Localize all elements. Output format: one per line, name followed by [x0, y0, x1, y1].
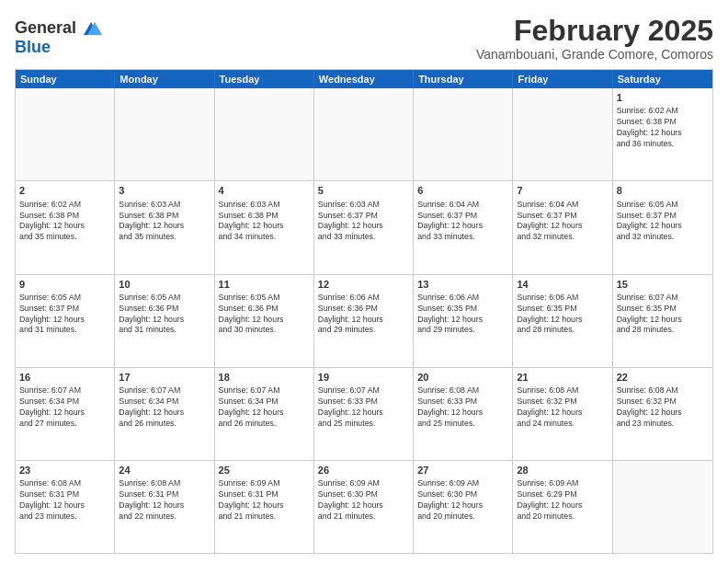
- weekday-header: Thursday: [414, 70, 513, 88]
- calendar-cell: 21Sunrise: 6:08 AM Sunset: 6:32 PM Dayli…: [513, 368, 612, 460]
- cell-info: Sunrise: 6:05 AM Sunset: 6:36 PM Dayligh…: [219, 293, 310, 337]
- cell-info: Sunrise: 6:08 AM Sunset: 6:32 PM Dayligh…: [617, 385, 709, 430]
- day-number: 7: [517, 184, 608, 197]
- page: General Blue February 2025 Vanambouani, …: [0, 0, 728, 563]
- cell-info: Sunrise: 6:03 AM Sunset: 6:38 PM Dayligh…: [219, 200, 310, 244]
- day-number: 12: [318, 278, 409, 291]
- cell-info: Sunrise: 6:03 AM Sunset: 6:38 PM Dayligh…: [119, 200, 210, 244]
- day-number: 4: [219, 184, 310, 197]
- day-number: 5: [318, 184, 409, 197]
- day-number: 13: [417, 278, 508, 291]
- weekday-header: Tuesday: [215, 70, 314, 88]
- cell-info: Sunrise: 6:06 AM Sunset: 6:36 PM Dayligh…: [318, 293, 409, 337]
- cell-info: Sunrise: 6:02 AM Sunset: 6:38 PM Dayligh…: [617, 106, 709, 150]
- calendar-row: 1Sunrise: 6:02 AM Sunset: 6:38 PM Daylig…: [16, 88, 712, 181]
- calendar-cell: 24Sunrise: 6:08 AM Sunset: 6:31 PM Dayli…: [115, 461, 214, 553]
- day-number: 22: [617, 371, 709, 384]
- cell-info: Sunrise: 6:05 AM Sunset: 6:36 PM Dayligh…: [119, 293, 210, 337]
- cell-info: Sunrise: 6:06 AM Sunset: 6:35 PM Dayligh…: [517, 293, 608, 337]
- cell-info: Sunrise: 6:07 AM Sunset: 6:34 PM Dayligh…: [119, 385, 210, 430]
- day-number: 8: [617, 184, 709, 197]
- calendar-cell: 26Sunrise: 6:09 AM Sunset: 6:30 PM Dayli…: [314, 461, 414, 553]
- calendar-row: 23Sunrise: 6:08 AM Sunset: 6:31 PM Dayli…: [16, 461, 712, 553]
- day-number: 20: [417, 371, 508, 384]
- calendar-cell: 19Sunrise: 6:07 AM Sunset: 6:33 PM Dayli…: [314, 368, 414, 460]
- calendar-cell: 6Sunrise: 6:04 AM Sunset: 6:37 PM Daylig…: [414, 181, 513, 273]
- day-number: 26: [318, 464, 409, 477]
- calendar-cell: [16, 88, 115, 180]
- cell-info: Sunrise: 6:03 AM Sunset: 6:37 PM Dayligh…: [318, 200, 409, 244]
- calendar-cell: 16Sunrise: 6:07 AM Sunset: 6:34 PM Dayli…: [16, 368, 115, 460]
- day-number: 10: [119, 278, 210, 291]
- day-number: 16: [19, 371, 110, 384]
- calendar-cell: 5Sunrise: 6:03 AM Sunset: 6:37 PM Daylig…: [314, 181, 414, 273]
- day-number: 18: [219, 371, 310, 384]
- calendar-cell: [414, 88, 513, 180]
- day-number: 21: [517, 371, 608, 384]
- weekday-header: Wednesday: [314, 70, 414, 88]
- cell-info: Sunrise: 6:08 AM Sunset: 6:32 PM Dayligh…: [517, 385, 608, 430]
- logo-blue: Blue: [15, 38, 51, 56]
- cell-info: Sunrise: 6:04 AM Sunset: 6:37 PM Dayligh…: [517, 200, 608, 244]
- calendar-cell: [215, 88, 314, 180]
- cell-info: Sunrise: 6:08 AM Sunset: 6:33 PM Dayligh…: [417, 385, 508, 430]
- logo: General Blue: [15, 18, 104, 57]
- cell-info: Sunrise: 6:07 AM Sunset: 6:33 PM Dayligh…: [318, 385, 409, 430]
- calendar-cell: 23Sunrise: 6:08 AM Sunset: 6:31 PM Dayli…: [16, 461, 115, 553]
- calendar-cell: 27Sunrise: 6:09 AM Sunset: 6:30 PM Dayli…: [414, 461, 513, 553]
- day-number: 14: [517, 278, 608, 291]
- weekday-header: Friday: [513, 70, 612, 88]
- day-number: 15: [617, 278, 709, 291]
- day-number: 3: [119, 184, 210, 197]
- cell-info: Sunrise: 6:07 AM Sunset: 6:34 PM Dayligh…: [19, 385, 110, 430]
- weekday-header: Saturday: [613, 70, 712, 88]
- cell-info: Sunrise: 6:09 AM Sunset: 6:30 PM Dayligh…: [318, 478, 409, 523]
- day-number: 27: [417, 464, 508, 477]
- month-title: February 2025: [476, 15, 713, 47]
- calendar-cell: 1Sunrise: 6:02 AM Sunset: 6:38 PM Daylig…: [613, 88, 712, 180]
- cell-info: Sunrise: 6:08 AM Sunset: 6:31 PM Dayligh…: [119, 478, 210, 523]
- calendar-cell: 2Sunrise: 6:02 AM Sunset: 6:38 PM Daylig…: [16, 181, 115, 273]
- day-number: 1: [617, 91, 709, 104]
- calendar-cell: 3Sunrise: 6:03 AM Sunset: 6:38 PM Daylig…: [115, 181, 214, 273]
- cell-info: Sunrise: 6:05 AM Sunset: 6:37 PM Dayligh…: [19, 293, 110, 337]
- calendar-cell: 12Sunrise: 6:06 AM Sunset: 6:36 PM Dayli…: [314, 275, 414, 367]
- day-number: 17: [119, 371, 210, 384]
- calendar-header: SundayMondayTuesdayWednesdayThursdayFrid…: [16, 70, 712, 88]
- weekday-header: Sunday: [16, 70, 115, 88]
- calendar-cell: 28Sunrise: 6:09 AM Sunset: 6:29 PM Dayli…: [513, 461, 612, 553]
- calendar-cell: [513, 88, 612, 180]
- calendar-body: 1Sunrise: 6:02 AM Sunset: 6:38 PM Daylig…: [16, 88, 712, 553]
- weekday-header: Monday: [115, 70, 214, 88]
- cell-info: Sunrise: 6:09 AM Sunset: 6:29 PM Dayligh…: [517, 478, 608, 523]
- day-number: 9: [19, 278, 110, 291]
- cell-info: Sunrise: 6:07 AM Sunset: 6:34 PM Dayligh…: [219, 385, 310, 430]
- day-number: 24: [119, 464, 210, 477]
- calendar-cell: 9Sunrise: 6:05 AM Sunset: 6:37 PM Daylig…: [16, 275, 115, 367]
- calendar-cell: [115, 88, 214, 180]
- calendar-cell: 14Sunrise: 6:06 AM Sunset: 6:35 PM Dayli…: [513, 275, 612, 367]
- cell-info: Sunrise: 6:09 AM Sunset: 6:31 PM Dayligh…: [219, 478, 310, 523]
- calendar-cell: 22Sunrise: 6:08 AM Sunset: 6:32 PM Dayli…: [613, 368, 712, 460]
- calendar-cell: 17Sunrise: 6:07 AM Sunset: 6:34 PM Dayli…: [115, 368, 214, 460]
- day-number: 6: [417, 184, 508, 197]
- title-block: February 2025 Vanambouani, Grande Comore…: [476, 15, 713, 62]
- cell-info: Sunrise: 6:05 AM Sunset: 6:37 PM Dayligh…: [617, 200, 709, 244]
- calendar-cell: 7Sunrise: 6:04 AM Sunset: 6:37 PM Daylig…: [513, 181, 612, 273]
- day-number: 25: [219, 464, 310, 477]
- calendar: SundayMondayTuesdayWednesdayThursdayFrid…: [15, 69, 713, 554]
- day-number: 28: [517, 464, 608, 477]
- day-number: 11: [219, 278, 310, 291]
- logo-text: General: [15, 19, 76, 38]
- calendar-cell: 20Sunrise: 6:08 AM Sunset: 6:33 PM Dayli…: [414, 368, 513, 460]
- calendar-cell: 18Sunrise: 6:07 AM Sunset: 6:34 PM Dayli…: [215, 368, 314, 460]
- calendar-cell: [314, 88, 414, 180]
- calendar-cell: 11Sunrise: 6:05 AM Sunset: 6:36 PM Dayli…: [215, 275, 314, 367]
- cell-info: Sunrise: 6:08 AM Sunset: 6:31 PM Dayligh…: [19, 478, 110, 523]
- cell-info: Sunrise: 6:06 AM Sunset: 6:35 PM Dayligh…: [417, 293, 508, 337]
- cell-info: Sunrise: 6:02 AM Sunset: 6:38 PM Dayligh…: [19, 200, 110, 244]
- header: General Blue February 2025 Vanambouani, …: [15, 15, 713, 62]
- cell-info: Sunrise: 6:07 AM Sunset: 6:35 PM Dayligh…: [617, 293, 709, 337]
- calendar-row: 2Sunrise: 6:02 AM Sunset: 6:38 PM Daylig…: [16, 181, 712, 274]
- calendar-cell: 13Sunrise: 6:06 AM Sunset: 6:35 PM Dayli…: [414, 275, 513, 367]
